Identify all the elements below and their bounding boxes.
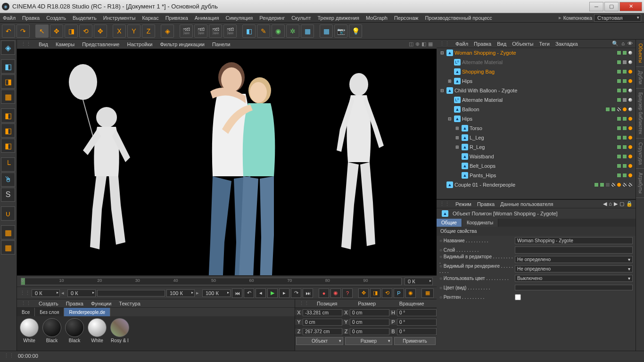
render-pv-button[interactable]: 🎬	[209, 25, 222, 38]
scale-tool[interactable]: ◨	[65, 25, 78, 38]
key-rot-button[interactable]: ⟲	[382, 288, 392, 298]
end-frame[interactable]: 100 К	[202, 289, 231, 297]
attr-back-icon[interactable]: ◀	[603, 201, 607, 207]
matmenu-Правка[interactable]: Правка	[66, 301, 83, 306]
edge-mode-button[interactable]: ◧	[1, 123, 15, 138]
mattab-1[interactable]: Без слоя	[35, 308, 64, 316]
rtab-Объекты[interactable]: Объекты	[636, 40, 644, 67]
vpmenu-1[interactable]: Камеры	[56, 41, 74, 47]
attr-fwd-icon[interactable]: ▶	[614, 201, 618, 207]
range-slider[interactable]	[97, 290, 165, 296]
vp-icon-2[interactable]: ⊕	[415, 41, 420, 47]
axis-y-button[interactable]: Y	[127, 25, 140, 38]
snap-button[interactable]: S	[1, 188, 15, 202]
menu-Персонаж[interactable]: Персонаж	[394, 15, 418, 21]
rtab-Браузер библиотек[interactable]: Браузер библиотек	[636, 89, 644, 139]
next-key-button[interactable]: ↷	[291, 288, 301, 298]
axis-x-button[interactable]: X	[113, 25, 126, 38]
light-button[interactable]: 💡	[349, 25, 362, 38]
prop-Название[interactable]	[515, 237, 633, 244]
move-tool[interactable]: ✥	[50, 25, 63, 38]
menu-Файл[interactable]: Файл	[3, 15, 16, 21]
close-button[interactable]: ✕	[619, 2, 642, 11]
layout-combo[interactable]: Стартовая	[594, 14, 641, 22]
last-tool[interactable]: ✥	[94, 25, 107, 38]
goto-start-button[interactable]: ⏮	[232, 288, 242, 298]
vpmenu-3[interactable]: Настройки	[127, 41, 152, 47]
tree-Woman Shopping - Zygote[interactable]: ⊟▲Woman Shopping - Zygote	[437, 48, 636, 58]
material-Black[interactable]: Black	[41, 318, 62, 349]
vpmenu-0[interactable]: Вид	[39, 41, 48, 47]
prop-Цвет (вид)[interactable]	[515, 285, 633, 290]
objmenu-Правка[interactable]: Правка	[474, 41, 491, 47]
material-White[interactable]: White	[87, 318, 107, 349]
prop-Видимый при рендеринге[interactable]: Не определено	[515, 265, 633, 272]
axis-z-button[interactable]: Z	[142, 25, 155, 38]
coord-system-button[interactable]: ◈	[161, 25, 174, 38]
tree-Balloon[interactable]: ▲Balloon	[437, 105, 636, 114]
rtab-Атрибуты[interactable]: Атрибуты	[636, 169, 644, 197]
pos-Y[interactable]	[303, 319, 342, 326]
objmenu-Вид[interactable]: Вид	[497, 41, 506, 47]
material-Black[interactable]: Black	[64, 318, 85, 349]
timeline[interactable]: 0102030405060708090100 0 К	[17, 275, 437, 287]
camera-button[interactable]: 📷	[334, 25, 347, 38]
play-button[interactable]: ▶	[267, 288, 278, 298]
attr-up-icon[interactable]: ⌂	[609, 201, 612, 207]
workplane-button[interactable]: ▦	[1, 225, 15, 239]
bend-button[interactable]: ▦	[301, 25, 314, 38]
range-start[interactable]: 0 К	[67, 289, 96, 297]
menu-Анимация[interactable]: Анимация	[195, 15, 219, 21]
coord-object-combo[interactable]: Объект	[296, 337, 343, 345]
tree-Child With Balloon - Zygote[interactable]: ⊟▲Child With Balloon - Zygote	[437, 86, 636, 95]
size-X[interactable]	[350, 309, 389, 316]
attrtab-Координаты[interactable]: Координаты	[462, 219, 498, 227]
model-mode-button[interactable]: ◧	[1, 59, 15, 74]
menu-Инструменты[interactable]: Инструменты	[103, 15, 136, 21]
autokey-button[interactable]: ◉	[330, 288, 341, 298]
axis-mode-button[interactable]: └	[1, 157, 15, 172]
cube-primitive[interactable]: ◧	[242, 25, 256, 38]
matmenu-Текстура[interactable]: Текстура	[119, 301, 140, 306]
render-view-button[interactable]: 🎬	[180, 25, 193, 38]
objmenu-Файл[interactable]: Файл	[455, 41, 468, 47]
attrmenu-1[interactable]: Правка	[477, 201, 495, 207]
pen-tool[interactable]: ✎	[257, 25, 270, 38]
lock-workplane-button[interactable]: ▦	[1, 240, 15, 255]
tree-Hips[interactable]: ⊞▲Hips	[437, 76, 636, 86]
menu-Выделить[interactable]: Выделить	[73, 15, 97, 21]
material-Rosy & I[interactable]: Rosy & I	[109, 318, 130, 349]
tree-Hips[interactable]: ⊟▲Hips	[437, 114, 636, 123]
vpmenu-4[interactable]: Фильтр индикации	[160, 41, 205, 47]
tree-Couple 01 - Renderpeople[interactable]: ▲Couple 01 - Renderpeople	[437, 180, 636, 189]
render-settings-button[interactable]: 🎬	[223, 25, 237, 38]
viewport-solo-button[interactable]: 🖱	[1, 173, 15, 187]
next-frame-button[interactable]: ▸	[279, 288, 289, 298]
prop-Видимый в редакторе[interactable]: Не определено	[515, 256, 633, 263]
vp-icon-1[interactable]: ◫	[409, 41, 413, 47]
home-icon[interactable]: ⌂	[621, 41, 625, 47]
key-pla-button[interactable]: ◉	[405, 288, 416, 298]
rot-B[interactable]	[397, 328, 437, 335]
material-White[interactable]: White	[19, 318, 40, 349]
menu-Правка[interactable]: Правка	[22, 15, 40, 21]
vpmenu-2[interactable]: Представление	[82, 41, 119, 47]
tree-R_Leg[interactable]: ⊞▲R_Leg	[437, 142, 636, 152]
key-scale-button[interactable]: ◨	[370, 288, 380, 298]
vpmenu-5[interactable]: Панели	[212, 41, 230, 47]
key-pos-button[interactable]: ✥	[358, 288, 369, 298]
rotate-tool[interactable]: ⟲	[79, 25, 92, 38]
prev-frame-button[interactable]: ◂	[256, 288, 266, 298]
timeline-frame[interactable]: 0 К	[405, 278, 433, 285]
tree-L_Leg[interactable]: ⊞▲L_Leg	[437, 133, 636, 142]
rot-P[interactable]	[397, 319, 437, 326]
keyhelp-button[interactable]: ?	[342, 288, 353, 298]
tree-Pants_Hips[interactable]: ▲Pants_Hips	[437, 171, 636, 180]
tree-Alternate Material[interactable]: L⁰Alternate Material	[437, 95, 636, 105]
search-icon[interactable]: 🔍	[612, 41, 619, 47]
attrtab-Общие[interactable]: Общие	[437, 219, 462, 227]
minimize-button[interactable]: ─	[589, 2, 603, 11]
mattab-2[interactable]: Renderpeople.de	[64, 308, 110, 316]
magnet-button[interactable]: ∪	[1, 206, 15, 221]
attrmenu-0[interactable]: Режим	[455, 201, 471, 207]
